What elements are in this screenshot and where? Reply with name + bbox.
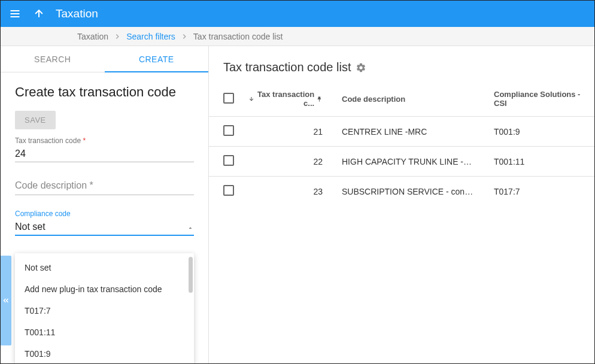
- cell-description: HIGH CAPACITY TRUNK LINE -T1 or P...: [335, 147, 487, 177]
- sort-arrow-down-icon: [248, 95, 254, 102]
- create-form: Create tax transaction code SAVE Tax tra…: [1, 72, 208, 250]
- topbar: Taxation: [1, 1, 594, 27]
- dropdown-scrollbar[interactable]: [189, 257, 193, 293]
- tax-transaction-code-input[interactable]: [15, 146, 194, 162]
- cell-code: 21: [241, 117, 335, 147]
- chevron-right-icon: [113, 32, 122, 41]
- caret-up-icon: [187, 224, 194, 233]
- compliance-code-select[interactable]: Not set: [15, 219, 194, 236]
- gear-icon[interactable]: [356, 62, 366, 73]
- tab-search[interactable]: SEARCH: [1, 46, 105, 72]
- dropdown-option-not-set[interactable]: Not set: [15, 257, 194, 278]
- cell-compliance: T001:11: [487, 147, 594, 177]
- row-checkbox[interactable]: [223, 155, 234, 166]
- field-tax-transaction-code: Tax transaction code *: [15, 136, 194, 162]
- page-title: Taxation: [56, 7, 98, 20]
- field-label-code: Tax transaction code *: [15, 136, 194, 145]
- breadcrumb-item-taxation[interactable]: Taxation: [72, 32, 113, 41]
- pin-icon: [316, 95, 323, 103]
- tab-create[interactable]: CREATE: [105, 46, 209, 72]
- select-all-checkbox[interactable]: [223, 93, 234, 104]
- tabs: SEARCH CREATE: [1, 46, 208, 72]
- compliance-code-value: Not set: [15, 219, 194, 236]
- cell-compliance: T017:7: [487, 177, 594, 207]
- breadcrumb: Taxation Search filters Tax transaction …: [1, 27, 594, 46]
- column-header-description[interactable]: Code description: [335, 81, 487, 117]
- table-row[interactable]: 22 HIGH CAPACITY TRUNK LINE -T1 or P... …: [209, 147, 594, 177]
- chevron-right-icon: [180, 32, 189, 41]
- dropdown-option-t001-9[interactable]: T001:9: [15, 343, 194, 364]
- column-header-code[interactable]: Tax transaction c...: [241, 81, 335, 117]
- breadcrumb-item-tax-transaction-code-list[interactable]: Tax transaction code list: [189, 32, 287, 41]
- cell-compliance: T001:9: [487, 117, 594, 147]
- collapse-panel-handle[interactable]: [1, 256, 11, 345]
- table-header-row: Tax transaction c... Code description Co…: [209, 81, 594, 117]
- row-checkbox[interactable]: [223, 185, 234, 196]
- right-panel: Tax transaction code list Tax transactio…: [209, 46, 594, 363]
- field-label-compliance: Compliance code: [15, 210, 194, 218]
- arrow-up-icon[interactable]: [32, 7, 46, 21]
- save-button[interactable]: SAVE: [15, 111, 56, 129]
- hamburger-menu-icon[interactable]: [8, 7, 22, 21]
- list-title: Tax transaction code list: [223, 60, 351, 74]
- dropdown-option-add-new[interactable]: Add new plug-in tax transaction code: [15, 278, 194, 300]
- list-header: Tax transaction code list: [209, 46, 594, 81]
- field-compliance-code: Compliance code Not set: [15, 210, 194, 236]
- cell-code: 22: [241, 147, 335, 177]
- compliance-code-dropdown: Not set Add new plug-in tax transaction …: [15, 253, 194, 364]
- cell-code: 23: [241, 177, 335, 207]
- field-code-description: Code description *: [15, 177, 194, 195]
- cell-description: SUBSCRIPTION SERVICE - conferencing: [335, 177, 487, 207]
- dropdown-option-t017-7[interactable]: T017:7: [15, 300, 194, 321]
- form-title: Create tax transaction code: [15, 84, 194, 100]
- breadcrumb-item-search-filters[interactable]: Search filters: [122, 32, 180, 41]
- code-description-input[interactable]: Code description *: [15, 177, 194, 195]
- dropdown-option-t001-11[interactable]: T001:11: [15, 321, 194, 343]
- column-header-compliance[interactable]: Compliance Solutions - CSI: [487, 81, 594, 117]
- row-checkbox[interactable]: [223, 125, 234, 136]
- table-row[interactable]: 21 CENTREX LINE -MRC T001:9: [209, 117, 594, 147]
- cell-description: CENTREX LINE -MRC: [335, 117, 487, 147]
- table-row[interactable]: 23 SUBSCRIPTION SERVICE - conferencing T…: [209, 177, 594, 207]
- left-panel: SEARCH CREATE Create tax transaction cod…: [1, 46, 209, 363]
- tax-transaction-table: Tax transaction c... Code description Co…: [209, 81, 594, 206]
